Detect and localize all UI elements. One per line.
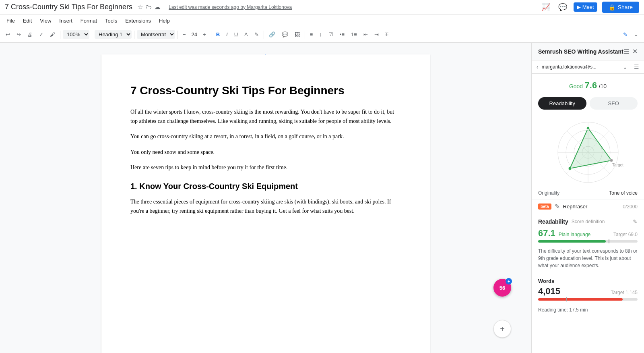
star-icon[interactable]: ☆ [137,3,143,11]
menu-insert[interactable]: Insert [56,16,76,25]
readability-target: Target 69.0 [613,232,638,237]
expand-btn[interactable]: ⌄ [632,30,641,39]
words-title: Words [538,278,554,284]
add-content-btn[interactable]: + [493,320,511,338]
readability-target-marker [609,239,609,243]
font-size-display: 24 [190,31,199,37]
google-meet-btn[interactable]: ▶ Meet [574,2,597,12]
words-score-row: 4,015 Target 1,145 [532,286,644,298]
underline-btn[interactable]: U [232,30,240,39]
comment-btn[interactable]: 💬 [279,30,291,39]
comment-icon-btn[interactable]: 💬 [557,1,569,13]
italic-btn[interactable]: I [224,30,230,39]
text-color-btn[interactable]: A [242,30,250,39]
doc-subheading: 1. Know Your Cross-Country Ski Equipment [130,182,401,191]
word-count-plus: + [508,279,510,284]
doc-heading1: 7 Cross-Country Ski Tips For Beginners [130,83,401,98]
folder-icon[interactable]: 🗁 [145,4,152,11]
link-btn[interactable]: 🔗 [266,30,278,39]
svg-point-9 [610,159,613,162]
zoom-select[interactable]: 100% [63,30,89,39]
toolbar-right: ✎ ⌄ [621,30,641,39]
rephraser-label[interactable]: Rephraser [563,203,588,210]
share-button[interactable]: 🔒 Share [602,2,639,13]
panel-nav-dropdown[interactable]: ⌄ [623,64,627,70]
radar-labels: Originality Tone of voice [538,190,638,196]
image-btn[interactable]: 🖼 [292,30,302,39]
svg-text:Target: Target [612,163,623,167]
share-label: Share [618,4,633,10]
menu-bar: File Edit View Insert Format Tools Exten… [0,15,644,27]
panel-nav-menu[interactable]: ☰ [634,64,639,70]
align-btn[interactable]: ≡ [308,30,316,39]
svg-marker-8 [570,128,611,168]
radar-container: Target Originality Tone of voice [532,113,644,199]
seo-panel: Semrush SEO Writing Assistant ☰ ✕ ‹ marg… [531,43,644,353]
toolbar: ↩ ↪ 🖨 ✓ 🖌 100% Heading 1 Montserrat − 24… [0,27,644,43]
score-label: Good [569,83,583,89]
menu-view[interactable]: View [37,16,54,25]
doc-area[interactable]: 7 Cross-Country Ski Tips For Beginners O… [0,43,531,353]
radar-chart: Target [552,116,624,189]
trending-icon-btn[interactable]: 📈 [540,1,552,13]
checklist-btn[interactable]: ☑ [326,30,336,39]
panel-title: Semrush SEO Writing Assistant [538,48,623,55]
menu-format[interactable]: Format [77,16,100,25]
words-progress [532,298,644,305]
panel-nav: ‹ margarita.loktionova@s... ⌄ ☰ [532,60,644,74]
redo-btn[interactable]: ↪ [14,30,23,39]
highlight-btn[interactable]: ✎ [252,30,261,39]
font-size-increase-btn[interactable]: + [200,30,208,39]
reading-time: Reading time: 17.5 min [532,305,644,318]
last-edit-text: Last edit was made seconds ago by Margar… [169,4,292,10]
clear-format-btn[interactable]: T̶ [383,30,391,39]
score-number: 7.6 [585,80,597,90]
readability-edit-icon[interactable]: ✎ [633,218,638,225]
lock-icon: 🔒 [609,4,615,10]
bold-btn[interactable]: B [214,30,222,39]
originality-label: Originality [538,190,559,196]
words-progress-bg [538,298,638,301]
words-value: 4,015 [538,286,560,297]
tabs-row: Readability SEO [532,97,644,110]
word-count-badge: + [506,278,512,284]
page: 7 Cross-Country Ski Tips For Beginners O… [101,54,430,353]
ruler [101,51,430,51]
beta-badge: beta [538,203,551,210]
menu-file[interactable]: File [3,16,18,25]
word-count-number: 56 [500,285,505,291]
readability-section-header: Readability Score definition ✎ [532,214,644,228]
menu-edit[interactable]: Edit [20,16,35,25]
print-btn[interactable]: 🖨 [25,30,35,39]
rephraser-pencil-icon: ✎ [555,203,560,210]
doc-para2: You can go cross-country skiing at a res… [130,132,401,141]
panel-nav-email: margarita.loktionova@s... [542,64,619,70]
tab-seo[interactable]: SEO [590,97,638,110]
lineheight-btn[interactable]: ↕ [317,30,324,39]
suggest-btn[interactable]: ✎ [621,30,630,39]
panel-header: Semrush SEO Writing Assistant ☰ ✕ [532,43,644,60]
menu-help[interactable]: Help [156,16,173,25]
cloud-icon[interactable]: ☁ [154,3,161,11]
style-select[interactable]: Heading 1 [95,30,132,39]
tab-readability[interactable]: Readability [538,97,586,110]
panel-close-icon[interactable]: ✕ [632,48,638,55]
bullet-btn[interactable]: •≡ [337,30,347,39]
sep6 [264,31,264,39]
panel-menu-icon[interactable]: ☰ [623,48,629,55]
indent-decrease-btn[interactable]: ⇤ [361,30,370,39]
undo-btn[interactable]: ↩ [3,30,12,39]
menu-extensions[interactable]: Extensions [122,16,154,25]
word-count-bubble[interactable]: 56 + [493,279,511,297]
paintformat-btn[interactable]: 🖌 [47,30,58,39]
sep3 [134,31,134,39]
spellcheck-btn[interactable]: ✓ [37,30,46,39]
panel-nav-back[interactable]: ‹ [537,64,539,70]
tone-of-voice-label: Tone of voice [609,190,638,196]
numbered-btn[interactable]: 1≡ [349,30,359,39]
indent-increase-btn[interactable]: ⇥ [372,30,381,39]
score-section: Good 7.6 /10 [532,74,644,97]
menu-tools[interactable]: Tools [102,16,120,25]
font-size-decrease-btn[interactable]: − [180,30,188,39]
font-select[interactable]: Montserrat [137,30,175,39]
